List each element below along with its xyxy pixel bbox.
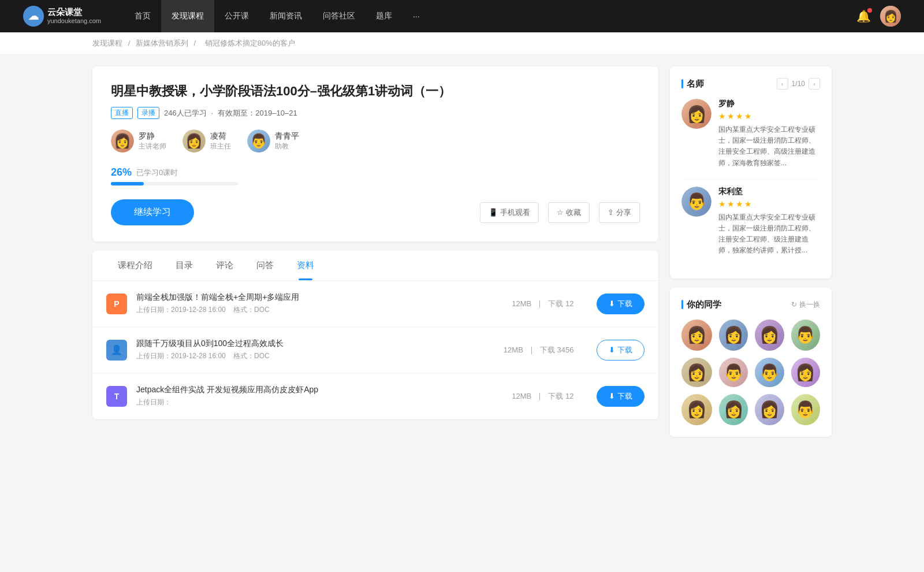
teacher-pagination: ‹ 1/10 ›: [777, 78, 820, 90]
teacher-0-name: 罗静: [718, 99, 820, 109]
breadcrumb-discover[interactable]: 发现课程: [92, 39, 122, 47]
teacher-0-stars: ★ ★ ★ ★: [718, 112, 820, 121]
download-btn-2[interactable]: ⬇ 下载: [597, 386, 644, 407]
record-badge: 录播: [137, 107, 159, 119]
student-count: 246人已学习: [164, 108, 207, 118]
instructor-0-name: 罗静: [139, 131, 166, 142]
instructor-2: 👨 青青平 助教: [247, 129, 299, 153]
progress-section: 26% 已学习0课时: [111, 166, 640, 185]
resource-item: 👤 跟随千万级项目从0到100全过程高效成长 上传日期：2019-12-28 1…: [92, 327, 658, 373]
student-item-3: 👨 Charles: [791, 320, 820, 351]
tabs-header: 课程介绍 目录 评论 问答 资料: [92, 251, 658, 281]
students-card: 你的同学 ↻ 换一换 👩 化学教书... 👩 1567** 👩: [670, 288, 832, 437]
progress-text: 已学习0课时: [136, 168, 178, 178]
instructors: 👩 罗静 主讲老师 👩 凌荷 班主任: [111, 129, 640, 153]
main-layout: 明星中教授课，小学阶段语法100分–强化级第1讲动词（一） 直播 录播 246人…: [0, 55, 924, 448]
tab-qa[interactable]: 问答: [245, 251, 285, 280]
valid-until: 有效期至：2019–10–21: [218, 108, 297, 118]
refresh-students-btn[interactable]: ↻ 换一换: [791, 300, 820, 310]
teacher-1-stars: ★ ★ ★ ★: [718, 199, 820, 209]
notification-dot: [867, 8, 872, 13]
teacher-next-btn[interactable]: ›: [808, 78, 820, 90]
nav-right: 🔔 👩: [856, 6, 901, 27]
tab-review[interactable]: 评论: [204, 251, 245, 280]
resource-icon-1: 👤: [106, 340, 127, 361]
student-item-1: 👩 1567**: [719, 320, 748, 351]
resource-title-1: 跟随千万级项目从0到100全过程高效成长: [136, 339, 480, 349]
students-title: 你的同学: [687, 299, 721, 310]
nav-open[interactable]: 公开课: [214, 0, 259, 32]
resource-meta-1: 上传日期：2019-12-28 16:00 格式：DOC: [136, 351, 480, 361]
notification-bell[interactable]: 🔔: [856, 9, 871, 23]
resource-meta-0: 上传日期：2019-12-28 16:00 格式：DOC: [136, 305, 489, 315]
resource-stats-0: 12MB ｜ 下载 12: [512, 299, 573, 309]
tab-resource[interactable]: 资料: [285, 251, 326, 280]
logo[interactable]: ☁ 云朵课堂 yundouketang.com: [23, 6, 101, 27]
share-btn[interactable]: ⇧ 分享: [599, 202, 640, 223]
instructor-1: 👩 凌荷 班主任: [182, 129, 231, 153]
mobile-watch-btn[interactable]: 📱 手机观看: [480, 202, 539, 223]
teacher-0-desc: 国内某重点大学安全工程专业硕士，国家一级注册消防工程师、注册安全工程师、高级注册…: [718, 124, 820, 169]
nav-quiz[interactable]: 题库: [366, 0, 403, 32]
instructor-0: 👩 罗静 主讲老师: [111, 129, 166, 153]
refresh-icon: ↻: [791, 300, 797, 309]
instructor-1-role: 班主任: [210, 142, 231, 151]
user-avatar[interactable]: 👩: [880, 6, 901, 27]
logo-sub: yundouketang.com: [47, 17, 101, 25]
continue-button[interactable]: 继续学习: [111, 199, 194, 225]
logo-main: 云朵课堂: [47, 7, 101, 17]
collect-btn[interactable]: ☆ 收藏: [548, 202, 590, 223]
course-card: 明星中教授课，小学阶段语法100分–强化级第1讲动词（一） 直播 录播 246人…: [92, 66, 658, 242]
instructor-1-name: 凌荷: [210, 131, 231, 142]
breadcrumb-series[interactable]: 新媒体营销系列: [136, 39, 188, 47]
progress-bar-fill: [111, 182, 144, 185]
teacher-card: 名师 ‹ 1/10 › 👩 罗静 ★: [670, 66, 832, 278]
instructor-2-role: 助教: [275, 142, 299, 151]
teacher-1-desc: 国内某重点大学安全工程专业硕士，国家一级注册消防工程师、注册安全工程师、级注册建…: [718, 212, 820, 257]
progress-bar-bg: [111, 182, 238, 185]
student-item-10: 👩 Summer...: [755, 394, 784, 425]
left-content: 明星中教授课，小学阶段语法100分–强化级第1讲动词（一） 直播 录播 246人…: [92, 66, 658, 437]
logo-icon: ☁: [23, 6, 44, 27]
download-btn-0[interactable]: ⬇ 下载: [597, 294, 644, 314]
mobile-icon: 📱: [489, 208, 498, 217]
navigation: ☁ 云朵课堂 yundouketang.com 首页 发现课程 公开课 新闻资讯…: [0, 0, 924, 32]
course-meta: 直播 录播 246人已学习 · 有效期至：2019–10–21: [111, 107, 640, 119]
download-btn-1[interactable]: ⬇ 下载: [597, 340, 644, 361]
student-item-6: 👨 1867**: [755, 358, 784, 387]
resource-stats-2: 12MB ｜ 下载 12: [512, 391, 573, 402]
teacher-1-name: 宋利坚: [718, 187, 820, 197]
student-item-11: 👨 小王子...: [791, 394, 820, 425]
nav-discover[interactable]: 发现课程: [161, 0, 214, 32]
live-badge: 直播: [111, 107, 133, 119]
resource-item: P 前端全栈加强版！前端全栈+全周期+多端应用 上传日期：2019-12-28 …: [92, 281, 658, 327]
resource-stats-1: 12MB ｜ 下载 3456: [504, 345, 574, 355]
share-icon: ⇧: [608, 208, 614, 217]
breadcrumb: 发现课程 / 新媒体营销系列 / 销冠修炼术摘定80%的客户: [0, 32, 924, 55]
student-item-7: 👩 Bill: [791, 358, 820, 387]
nav-items: 首页 发现课程 公开课 新闻资讯 问答社区 题库 ···: [124, 0, 430, 32]
student-item-0: 👩 化学教书...: [681, 320, 712, 351]
resource-meta-2: 上传日期：: [136, 398, 489, 407]
progress-percent: 26%: [111, 166, 132, 179]
nav-qa[interactable]: 问答社区: [312, 0, 366, 32]
right-sidebar: 名师 ‹ 1/10 › 👩 罗静 ★: [670, 66, 832, 437]
teacher-entry-1: 👨 宋利坚 ★ ★ ★ ★ 国内某重点大学安全工程专业硕士，国家一级注册消防工程…: [681, 187, 820, 257]
nav-more[interactable]: ···: [403, 0, 430, 32]
student-item-9: 👩 上班族...: [719, 394, 748, 425]
instructor-0-role: 主讲老师: [139, 142, 166, 151]
course-actions: 继续学习 📱 手机观看 ☆ 收藏 ⇧ 分享: [111, 199, 640, 225]
breadcrumb-current: 销冠修炼术摘定80%的客户: [205, 39, 295, 47]
tabs-card: 课程介绍 目录 评论 问答 资料 P 前端全栈加强版！前端全栈+全周期+多端应用…: [92, 251, 658, 419]
student-item-2: 👩 张小田: [755, 320, 784, 351]
tab-intro[interactable]: 课程介绍: [106, 251, 164, 280]
student-item-4: 👩 1767**: [681, 358, 712, 387]
tab-catalog[interactable]: 目录: [164, 251, 204, 280]
teacher-card-title: 名师: [687, 79, 704, 90]
nav-news[interactable]: 新闻资讯: [259, 0, 312, 32]
teacher-page: 1/10: [792, 80, 805, 88]
resource-item: T Jetpack全组件实战 开发短视频应用高仿皮皮虾App 上传日期： 12M…: [92, 373, 658, 419]
nav-home[interactable]: 首页: [124, 0, 161, 32]
students-header: 你的同学 ↻ 换一换: [681, 299, 820, 310]
teacher-prev-btn[interactable]: ‹: [777, 78, 788, 90]
